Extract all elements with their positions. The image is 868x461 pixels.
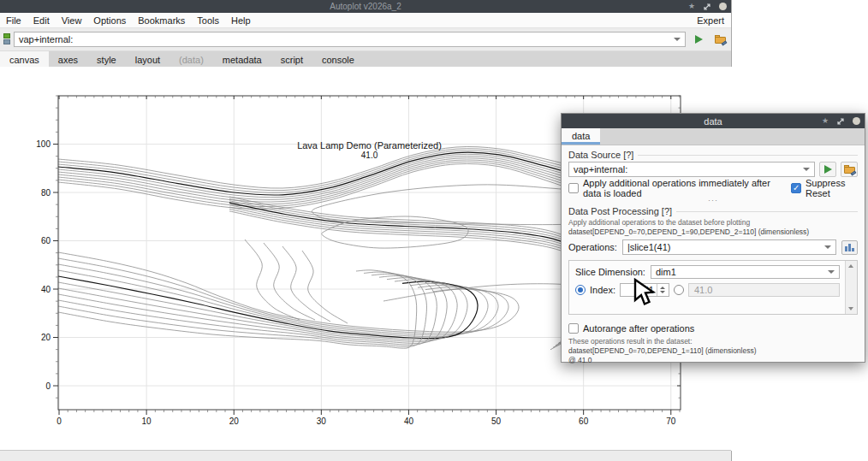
expert-mode-label[interactable]: Expert	[697, 15, 731, 26]
autorange-row: Autorange after operations	[568, 322, 858, 334]
menu-tools[interactable]: Tools	[191, 15, 225, 26]
y-tick-label: 60	[41, 236, 51, 245]
status-bar	[0, 450, 731, 461]
y-tick-label: 20	[41, 333, 51, 342]
menu-help[interactable]: Help	[225, 15, 257, 26]
result-caption: These operations result in the dataset:	[568, 337, 858, 346]
slice-dimension-label: Slice Dimension:	[575, 267, 645, 277]
filter-bars-icon	[845, 246, 847, 251]
spin-down-icon[interactable]	[660, 291, 665, 293]
y-tick-label: 40	[41, 285, 51, 294]
index-row: Index: 41 41.0	[575, 283, 840, 297]
operations-input[interactable]: |slice1(41)	[622, 239, 836, 255]
window-menu-icon[interactable]	[719, 3, 727, 10]
y-tick-label: 100	[36, 139, 51, 149]
data-source-label: Data Source [?]	[568, 150, 633, 160]
uri-bar: vap+internal:	[0, 28, 731, 51]
play-icon	[824, 165, 832, 174]
data-source-group-header: Data Source [?]	[568, 149, 858, 160]
x-tick-label: 20	[229, 417, 240, 426]
dialog-inspect-button[interactable]	[841, 162, 858, 177]
index-label: Index:	[590, 285, 615, 295]
chevron-down-icon[interactable]	[828, 270, 835, 274]
input-dataset-info: dataset[DEPEND_0=70,DEPEND_1=90,DEPEND_2…	[568, 228, 858, 237]
go-button[interactable]	[690, 32, 707, 47]
resize-icon[interactable]	[703, 3, 711, 11]
x-tick-label: 60	[579, 417, 589, 426]
suppress-reset-label: Suppress Reset	[806, 178, 858, 198]
dialog-titlebar[interactable]: data ★	[562, 114, 865, 128]
data-dialog: data ★ data Data Source [?] vap+internal…	[561, 113, 865, 363]
slice-editor-panel: Slice Dimension: dim1 Index: 41 41.0	[568, 260, 858, 315]
apply-immediately-label: Apply additional operations immediately …	[583, 178, 787, 198]
x-tick-label: 70	[666, 417, 676, 426]
dialog-window-menu-icon[interactable]	[853, 117, 860, 125]
window-title: Autoplot v2026a_2	[0, 2, 731, 11]
data-source-row: vap+internal:	[568, 162, 858, 177]
apply-immediately-row: Apply additional operations immediately …	[568, 181, 858, 194]
menu-bookmarks[interactable]: Bookmarks	[132, 15, 191, 26]
result-at-value: @ 41.0	[568, 356, 858, 365]
main-titlebar: Autoplot v2026a_2 ★	[0, 0, 731, 13]
pin-icon[interactable]: ★	[688, 3, 695, 10]
datasource-status-icon	[3, 33, 11, 46]
menu-bar: File Edit View Options Bookmarks Tools H…	[0, 13, 731, 28]
uri-input[interactable]: vap+internal:	[14, 32, 686, 47]
dialog-title: data	[562, 116, 865, 127]
uri-value: vap+internal:	[19, 34, 73, 44]
scroll-down-icon[interactable]	[848, 307, 853, 310]
suppress-reset-checkbox[interactable]	[791, 183, 801, 193]
x-tick-label: 0	[56, 417, 62, 426]
dialog-body: Data Source [?] vap+internal: Apply addi…	[562, 145, 865, 369]
x-tick-label: 40	[404, 417, 414, 426]
operations-picker-button[interactable]	[841, 240, 858, 255]
slice-dimension-select[interactable]: dim1	[651, 265, 840, 279]
slice-dimension-row: Slice Dimension: dim1	[575, 265, 840, 279]
slice-dimension-value: dim1	[656, 267, 676, 277]
y-tick-label: 0	[45, 381, 51, 391]
post-processing-description: Apply additional operations to the datas…	[568, 218, 858, 228]
dialog-resize-icon[interactable]	[836, 117, 845, 126]
dialog-go-button[interactable]	[819, 162, 836, 177]
value-radio[interactable]	[674, 285, 684, 295]
dialog-tab-data[interactable]: data	[562, 128, 600, 145]
autorange-checkbox[interactable]	[568, 323, 579, 334]
x-tick-label: 30	[317, 417, 327, 426]
dialog-pin-icon[interactable]: ★	[822, 117, 829, 125]
result-dataset: dataset[DEPEND_0=70,DEPEND_1=110] (dimen…	[568, 346, 858, 356]
folder-edit-icon	[844, 165, 855, 174]
operations-value: |slice1(41)	[627, 242, 671, 252]
collapse-handle[interactable]: ···	[568, 198, 858, 205]
play-icon	[695, 35, 703, 44]
y-tick-label: 80	[41, 188, 51, 198]
post-processing-label: Data Post Processing [?]	[568, 206, 672, 216]
autorange-label: Autorange after operations	[583, 323, 694, 334]
dialog-uri-value: vap+internal:	[574, 164, 627, 174]
scroll-up-icon[interactable]	[848, 264, 853, 268]
panel-scrollbar[interactable]	[845, 261, 857, 314]
dialog-uri-input[interactable]: vap+internal:	[568, 162, 815, 177]
menu-view[interactable]: View	[56, 15, 88, 26]
x-tick-label: 50	[491, 417, 502, 426]
inspect-uri-button[interactable]	[711, 32, 728, 47]
menu-options[interactable]: Options	[87, 15, 132, 26]
operations-row: Operations: |slice1(41)	[568, 239, 858, 255]
folder-edit-icon	[715, 35, 726, 44]
index-radio[interactable]	[575, 285, 586, 295]
post-processing-group-header: Data Post Processing [?]	[568, 205, 858, 216]
apply-immediately-checkbox[interactable]	[568, 183, 579, 193]
menu-edit[interactable]: Edit	[27, 15, 56, 26]
operations-label: Operations:	[568, 242, 617, 252]
spin-up-icon[interactable]	[660, 287, 665, 289]
x-tick-label: 10	[142, 417, 152, 426]
menu-file[interactable]: File	[0, 15, 27, 26]
chevron-down-icon[interactable]	[803, 168, 810, 171]
dialog-tabs: data	[562, 128, 865, 145]
value-field: 41.0	[688, 283, 840, 297]
mouse-cursor	[633, 278, 656, 307]
chevron-down-icon[interactable]	[824, 245, 831, 249]
chevron-down-icon[interactable]	[674, 38, 681, 41]
